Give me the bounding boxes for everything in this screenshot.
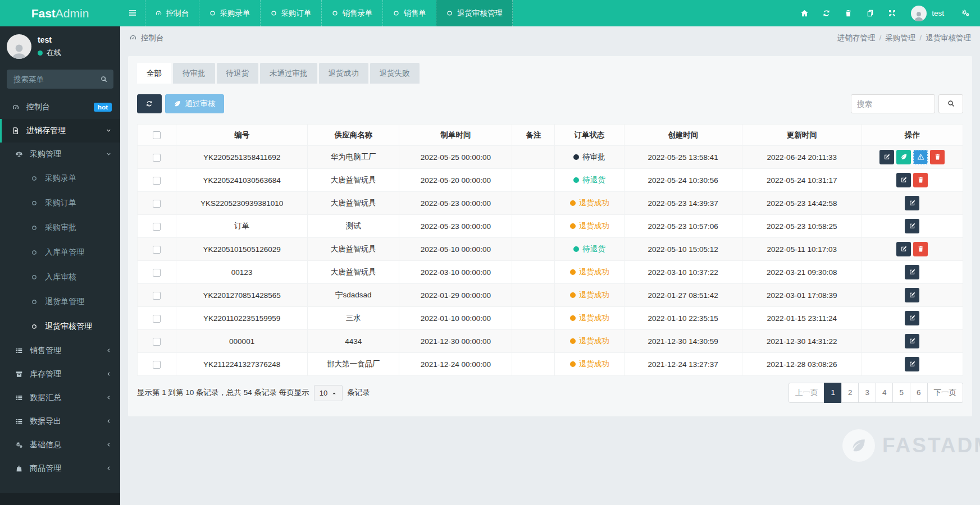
column-header[interactable]: 制单时间 [399, 125, 512, 146]
column-header[interactable]: 更新时间 [742, 125, 862, 146]
refresh-icon[interactable] [815, 9, 837, 17]
edit-button[interactable] [896, 242, 911, 256]
edit-button[interactable] [905, 334, 919, 348]
pagination-next[interactable]: 下一页 [927, 383, 964, 403]
edit-button[interactable] [905, 357, 919, 371]
status-badge: 待退货 [573, 244, 605, 254]
expand-icon[interactable] [881, 9, 903, 17]
column-header[interactable]: 供应商名称 [308, 125, 399, 146]
search-button[interactable] [938, 94, 963, 113]
pagination-page[interactable]: 3 [858, 383, 876, 403]
filter-tab-全部[interactable]: 全部 [137, 63, 171, 84]
filter-tab-待审批[interactable]: 待审批 [173, 63, 215, 84]
approve-button[interactable] [896, 150, 911, 164]
pagination-prev[interactable]: 上一页 [788, 383, 825, 403]
row-checkbox[interactable] [153, 361, 161, 369]
pagination-page[interactable]: 6 [910, 383, 928, 403]
delete-button[interactable] [913, 173, 928, 187]
column-header[interactable]: 创建时间 [624, 125, 742, 146]
row-checkbox[interactable] [153, 246, 161, 254]
sidebar-item-采购审批[interactable]: 采购审批 [0, 215, 120, 240]
code-cell: YK2201270851428565 [176, 284, 308, 307]
sidebar-item-退货审核管理[interactable]: 退货审核管理 [0, 314, 120, 339]
cogs-icon[interactable] [961, 8, 970, 19]
sidebar-item-入库单管理[interactable]: 入库单管理 [0, 240, 120, 265]
table-row: YK2205241030563684大唐益智玩具2022-05-20 00:00… [138, 169, 963, 192]
sidebar-item-进销存管理[interactable]: 进销存管理 [0, 119, 120, 143]
topbar-icon-group [794, 9, 903, 17]
topnav-tab[interactable]: 退货审核管理 [436, 0, 513, 26]
edit-button[interactable] [905, 311, 919, 325]
per-page-select[interactable]: 10 [314, 385, 343, 401]
approve-review-button[interactable]: 通过审核 [165, 94, 224, 113]
breadcrumb[interactable]: 控制台 [141, 33, 164, 43]
pagination-page[interactable]: 5 [892, 383, 910, 403]
home-icon[interactable] [794, 9, 815, 17]
row-checkbox[interactable] [153, 315, 161, 323]
warning-button[interactable] [913, 150, 928, 164]
topnav-tab[interactable]: 销售单 [382, 0, 436, 26]
topnav-tab[interactable]: 采购订单 [260, 0, 321, 26]
app-logo[interactable]: FastAdmin [0, 0, 120, 26]
avatar[interactable] [7, 34, 31, 59]
topnav-tab[interactable]: 销售录单 [321, 0, 382, 26]
row-checkbox[interactable] [153, 223, 161, 231]
row-checkbox[interactable] [153, 269, 161, 277]
edit-button[interactable] [905, 219, 919, 233]
topnav-tab[interactable]: 采购录单 [199, 0, 260, 26]
edit-button[interactable] [905, 196, 919, 210]
sidebar-item-库存管理[interactable]: 库存管理 [0, 362, 120, 386]
table-search-input[interactable] [851, 94, 935, 113]
column-header[interactable]: 订单状态 [555, 125, 624, 146]
sidebar-item-采购管理[interactable]: 采购管理 [0, 143, 120, 166]
trash-icon[interactable] [837, 9, 859, 17]
filter-tab-退货失败[interactable]: 退货失败 [370, 63, 420, 84]
breadcrumb-item[interactable]: 进销存管理 [837, 34, 876, 42]
status-badge: 退货成功 [570, 290, 609, 300]
edit-button[interactable] [905, 288, 919, 302]
delete-button[interactable] [930, 150, 945, 164]
sidebar-item-基础信息[interactable]: 基础信息 [0, 433, 120, 457]
filter-tab-待退货[interactable]: 待退货 [217, 63, 259, 84]
sidebar-item-数据汇总[interactable]: 数据汇总 [0, 386, 120, 410]
order-time-cell: 2022-05-23 00:00:00 [399, 192, 512, 215]
refresh-button[interactable] [137, 94, 162, 113]
status-dot-icon [570, 292, 576, 298]
sidebar-item-采购订单[interactable]: 采购订单 [0, 191, 120, 215]
sidebar-item-退货单管理[interactable]: 退货单管理 [0, 290, 120, 314]
column-header[interactable]: 备注 [512, 125, 555, 146]
files-icon[interactable] [859, 9, 881, 17]
edit-button[interactable] [879, 150, 894, 164]
menu-search-input[interactable] [7, 70, 113, 89]
sidebar-item-商品管理[interactable]: 商品管理 [0, 457, 120, 480]
filter-tab-未通过审批[interactable]: 未通过审批 [260, 63, 317, 84]
sidebar-item-控制台[interactable]: 控制台hot [0, 95, 120, 119]
pagination-page[interactable]: 4 [876, 383, 894, 403]
user-avatar[interactable] [911, 6, 927, 21]
column-header[interactable]: 操作 [862, 125, 963, 146]
row-checkbox[interactable] [153, 177, 161, 185]
row-checkbox[interactable] [153, 154, 161, 162]
column-header[interactable]: 编号 [176, 125, 308, 146]
select-all-checkbox[interactable] [153, 131, 161, 139]
edit-button[interactable] [905, 265, 919, 279]
sidebar-toggle-button[interactable] [120, 0, 145, 26]
sidebar-item-数据导出[interactable]: 数据导出 [0, 410, 120, 433]
remark-cell [512, 284, 555, 307]
topbar-username[interactable]: test [932, 9, 944, 17]
delete-button[interactable] [913, 242, 928, 256]
row-select-cell [138, 261, 176, 284]
row-checkbox[interactable] [153, 292, 161, 300]
sidebar-item-销售管理[interactable]: 销售管理 [0, 339, 120, 362]
topnav-tab[interactable]: 控制台 [145, 0, 199, 26]
edit-button[interactable] [896, 173, 911, 187]
pagination-page[interactable]: 1 [824, 383, 842, 403]
row-checkbox[interactable] [153, 338, 161, 346]
breadcrumb-item[interactable]: 退货审核管理 [926, 34, 971, 42]
sidebar-item-采购录单[interactable]: 采购录单 [0, 166, 120, 191]
row-checkbox[interactable] [153, 200, 161, 208]
pagination-page[interactable]: 2 [841, 383, 859, 403]
breadcrumb-item[interactable]: 采购管理 [885, 34, 915, 42]
filter-tab-退货成功[interactable]: 退货成功 [319, 63, 368, 84]
sidebar-item-入库审核[interactable]: 入库审核 [0, 265, 120, 290]
